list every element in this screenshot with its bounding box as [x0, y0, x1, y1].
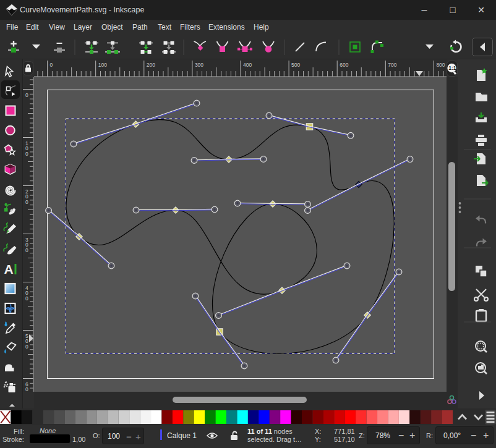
svg-text:700: 700: [388, 62, 396, 68]
svg-text:100: 100: [98, 62, 107, 68]
svg-text:1:1: 1:1: [448, 65, 456, 71]
svg-text:0: 0: [25, 392, 28, 392]
svg-text:0: 0: [50, 62, 53, 68]
svg-text:0: 0: [25, 199, 28, 205]
svg-text:200: 200: [147, 62, 155, 68]
svg-text:600: 600: [340, 62, 348, 68]
svg-text:0: 0: [25, 295, 28, 302]
svg-text:300: 300: [195, 62, 203, 68]
svg-text:0: 0: [25, 151, 28, 157]
svg-text:500: 500: [291, 62, 300, 68]
svg-text:0: 0: [25, 92, 28, 98]
svg-text:0: 0: [25, 247, 28, 253]
svg-text:A: A: [4, 262, 14, 276]
svg-text:800: 800: [436, 62, 445, 68]
svg-text:0: 0: [25, 344, 28, 350]
svg-text:400: 400: [243, 62, 252, 68]
